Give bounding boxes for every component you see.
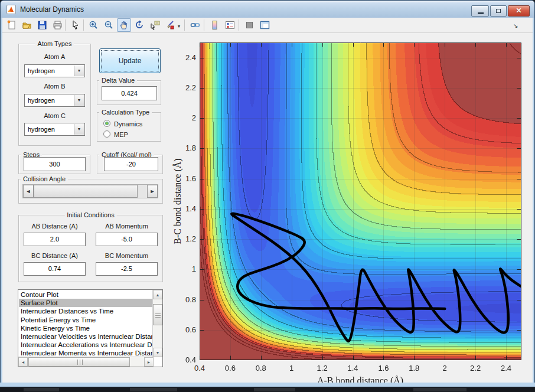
toolbar-overflow-icon[interactable]: ↘ bbox=[513, 22, 518, 29]
y-tick-label: 0.4 bbox=[177, 355, 196, 364]
figure-toolbar: ▾ ↘ bbox=[1, 18, 534, 33]
list-item[interactable]: Internuclear Accelerations vs Internucle… bbox=[19, 341, 153, 349]
collision-angle-legend: Collision Angle bbox=[21, 175, 68, 182]
vertical-scroll-thumb[interactable] bbox=[153, 304, 162, 325]
chevron-down-icon[interactable]: ▼ bbox=[74, 124, 84, 135]
initial-conditions-legend: Initial Conditions bbox=[64, 211, 117, 218]
close-button[interactable]: ✕ bbox=[508, 5, 530, 17]
hide-plot-tools-icon[interactable] bbox=[242, 18, 256, 32]
list-item[interactable]: Kinetic Energy vs Time bbox=[19, 324, 153, 332]
zoom-out-icon[interactable] bbox=[102, 18, 116, 32]
rotate-3d-icon[interactable] bbox=[132, 18, 146, 32]
bc-momentum-field[interactable]: -2.5 bbox=[96, 262, 158, 276]
scroll-down-icon[interactable]: ▼ bbox=[153, 348, 162, 357]
window-border-right bbox=[533, 18, 535, 387]
scroll-right-icon[interactable]: ► bbox=[144, 357, 154, 367]
ab-distance-field[interactable]: 2.0 bbox=[24, 233, 86, 246]
atom-c-select[interactable]: hydrogen ▼ bbox=[24, 123, 85, 136]
title-bar[interactable]: Molecular Dynamics ✕ bbox=[0, 0, 535, 18]
atom-b-select[interactable]: hydrogen ▼ bbox=[24, 94, 85, 107]
y-tick-label: 1 bbox=[177, 264, 196, 273]
insert-legend-icon[interactable] bbox=[223, 18, 237, 32]
bc-distance-label: BC Distance (A) bbox=[24, 252, 86, 259]
list-item[interactable]: Internuclear Velocities vs Internuclear … bbox=[19, 332, 153, 341]
atom-c-label: Atom C bbox=[18, 112, 91, 119]
bc-momentum-label: BC Momentum bbox=[96, 252, 158, 259]
list-item[interactable]: Potential Energy vs Time bbox=[19, 316, 153, 324]
brush-dropdown-icon[interactable]: ▾ bbox=[178, 24, 180, 29]
x-tick-label: 1.4 bbox=[344, 364, 363, 373]
scroll-up-icon[interactable]: ▲ bbox=[153, 290, 162, 299]
x-tick-label: 2 bbox=[435, 364, 454, 373]
list-item[interactable]: Internuclear Momenta vs Internuclear Dis… bbox=[19, 349, 153, 357]
close-icon: ✕ bbox=[508, 6, 529, 15]
y-tick-label: 2.4 bbox=[177, 53, 196, 62]
x-tick-label: 1.2 bbox=[313, 364, 332, 373]
x-tick-label: 1.6 bbox=[374, 364, 393, 373]
update-button[interactable]: Update bbox=[99, 48, 161, 73]
ab-distance-label: AB Distance (A) bbox=[24, 223, 86, 230]
toolbar-separator bbox=[65, 19, 66, 31]
taskbar-sliver bbox=[0, 387, 535, 392]
zoom-in-icon[interactable] bbox=[86, 18, 100, 32]
horizontal-scroll-thumb[interactable] bbox=[28, 357, 130, 367]
save-figure-icon[interactable] bbox=[35, 18, 49, 32]
chevron-down-icon[interactable]: ▼ bbox=[74, 66, 84, 76]
link-plot-icon[interactable] bbox=[188, 18, 202, 32]
x-tick-label: 0.6 bbox=[221, 364, 240, 373]
list-item[interactable]: Contour Plot bbox=[19, 290, 153, 299]
scroll-left-icon[interactable]: ◄ bbox=[18, 357, 28, 367]
new-figure-icon[interactable] bbox=[4, 18, 18, 32]
ab-momentum-field[interactable]: -5.0 bbox=[96, 233, 158, 246]
print-figure-icon[interactable] bbox=[50, 18, 64, 32]
listbox-horizontal-scrollbar[interactable]: ◄ ► bbox=[18, 357, 154, 367]
dynamics-radio-label: Dynamics bbox=[114, 120, 142, 128]
atom-a-select[interactable]: hydrogen ▼ bbox=[24, 64, 85, 77]
window-border-bottom bbox=[0, 383, 535, 387]
delta-value-legend: Delta Value bbox=[99, 77, 137, 84]
show-plot-tools-icon[interactable] bbox=[257, 18, 272, 32]
edit-plot-icon[interactable] bbox=[68, 18, 82, 32]
data-cursor-icon[interactable] bbox=[148, 18, 162, 32]
slider-right-arrow[interactable]: ► bbox=[147, 185, 158, 198]
minimize-button[interactable] bbox=[471, 5, 489, 17]
mep-radio[interactable] bbox=[103, 130, 110, 138]
open-file-icon[interactable] bbox=[19, 18, 34, 32]
slider-thumb[interactable] bbox=[34, 185, 138, 198]
list-item[interactable]: Internuclear Distances vs Time bbox=[19, 307, 153, 315]
restore-icon bbox=[496, 9, 501, 13]
pes-contour-plot[interactable] bbox=[200, 43, 521, 360]
listbox-vertical-scrollbar[interactable]: ▲ ▼ bbox=[152, 290, 162, 357]
x-tick-label: 2.2 bbox=[466, 364, 485, 373]
ab-momentum-label: AB Momentum bbox=[96, 223, 158, 230]
chevron-down-icon[interactable]: ▼ bbox=[74, 95, 84, 106]
minimize-icon bbox=[478, 12, 484, 14]
atom-b-label: Atom B bbox=[18, 83, 91, 90]
plot-type-listbox[interactable]: Contour PlotSurface PlotInternuclear Dis… bbox=[18, 289, 163, 367]
y-tick-label: 1.8 bbox=[177, 143, 196, 152]
window-title: Molecular Dynamics bbox=[20, 5, 84, 14]
list-item[interactable]: Surface Plot bbox=[19, 299, 153, 307]
steps-field[interactable]: 300 bbox=[24, 157, 86, 171]
collision-angle-slider[interactable]: ◄ ► bbox=[22, 184, 158, 198]
pan-icon[interactable] bbox=[117, 18, 131, 32]
toolbar-separator bbox=[83, 19, 84, 31]
toolbar-separator bbox=[239, 19, 239, 31]
toolbar-separator bbox=[184, 19, 185, 31]
toolbar-separator bbox=[204, 19, 204, 31]
y-tick-label: 0.6 bbox=[177, 325, 196, 334]
calculation-type-legend: Calculation Type bbox=[99, 109, 152, 116]
y-tick-label: 2.2 bbox=[177, 83, 196, 92]
dynamics-radio[interactable] bbox=[103, 120, 110, 127]
delta-value-field[interactable]: 0.424 bbox=[102, 86, 157, 100]
brush-icon[interactable] bbox=[163, 18, 177, 32]
cutoff-field[interactable]: -20 bbox=[104, 157, 158, 171]
insert-colorbar-icon[interactable] bbox=[207, 18, 221, 32]
restore-button[interactable] bbox=[490, 5, 507, 17]
app-window: Molecular Dynamics ✕ ▾ bbox=[0, 0, 535, 387]
bc-distance-field[interactable]: 0.74 bbox=[24, 262, 86, 276]
matlab-icon bbox=[6, 5, 16, 14]
y-axis-label: B-C bond distance (Å) bbox=[172, 158, 183, 244]
slider-left-arrow[interactable]: ◄ bbox=[23, 185, 34, 198]
x-tick-label: 1.8 bbox=[404, 364, 423, 373]
